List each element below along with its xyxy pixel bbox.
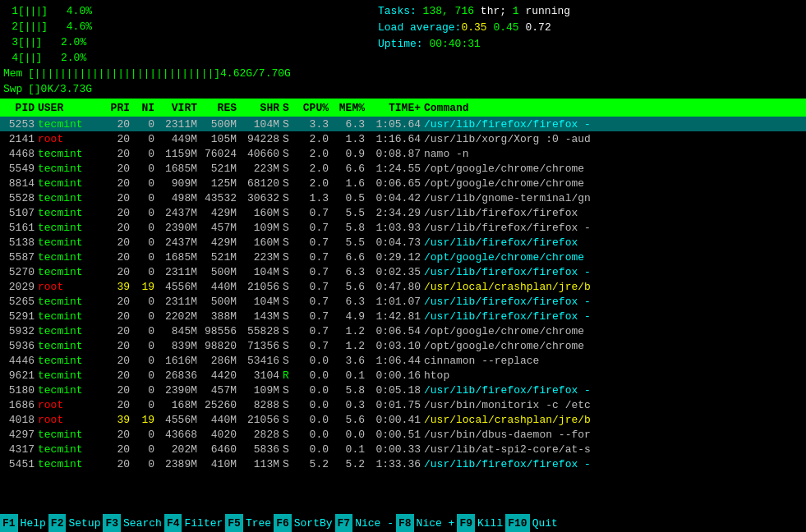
table-row[interactable]: 5107 tecmint 20 0 2437M 429M 160M S 0.7 … — [0, 205, 806, 220]
proc-time: 0:47.80 — [368, 281, 424, 293]
proc-s: S — [283, 222, 294, 234]
proc-ni: 0 — [133, 296, 158, 308]
header-ni: NI — [133, 102, 158, 114]
table-row[interactable]: 5253 tecmint 20 0 2311M 500M 104M S 3.3 … — [0, 117, 806, 131]
proc-time: 1:05.64 — [368, 118, 424, 131]
proc-ni: 0 — [133, 325, 158, 337]
proc-ni: 0 — [133, 310, 158, 323]
table-row[interactable]: 5528 tecmint 20 0 498M 43532 30632 S 1.3… — [0, 190, 806, 205]
footer-f7[interactable]: F7Nice - — [335, 514, 396, 532]
proc-mem: 3.6 — [332, 355, 368, 367]
proc-mem: 6.6 — [332, 163, 368, 175]
footer-f3[interactable]: F3Search — [103, 514, 164, 532]
proc-user: root — [38, 399, 104, 411]
table-row[interactable]: 5451 tecmint 20 0 2389M 410M 113M S 5.2 … — [0, 456, 806, 471]
proc-shr: 104M — [240, 296, 283, 308]
proc-user: tecmint — [38, 148, 104, 160]
proc-virt: 2311M — [158, 118, 200, 131]
proc-cmd: htop — [424, 369, 803, 382]
table-row[interactable]: 4297 tecmint 20 0 43668 4020 2828 S 0.0 … — [0, 427, 806, 442]
table-row[interactable]: 8814 tecmint 20 0 909M 125M 68120 S 2.0 … — [0, 176, 806, 190]
proc-mem: 0.0 — [332, 429, 368, 441]
proc-ni: 0 — [133, 369, 158, 382]
proc-ni: 0 — [133, 148, 158, 160]
proc-mem: 5.2 — [332, 458, 368, 470]
proc-res: 4020 — [200, 429, 240, 441]
footer-f9[interactable]: F9Kill — [457, 514, 505, 532]
proc-ni: 0 — [133, 355, 158, 367]
proc-time: 0:29.12 — [368, 251, 424, 264]
proc-user: tecmint — [38, 236, 104, 249]
proc-pri: 20 — [104, 133, 133, 145]
proc-time: 0:03.10 — [368, 340, 424, 352]
proc-cpu: 0.7 — [294, 251, 332, 264]
footer-f5[interactable]: F5Tree — [225, 514, 274, 532]
proc-shr: 113M — [240, 458, 283, 470]
table-row[interactable]: 4468 tecmint 20 0 1159M 76024 40660 S 2.… — [0, 146, 806, 161]
proc-cpu: 0.7 — [294, 236, 332, 249]
proc-cmd: /usr/lib/firefox/firefox - — [424, 222, 803, 234]
table-row[interactable]: 4317 tecmint 20 0 202M 6460 5836 S 0.0 0… — [0, 442, 806, 456]
load-line: Load average: 0.35 0.45 0.72 — [378, 20, 570, 36]
table-row[interactable]: 9621 tecmint 20 0 26836 4420 3104 R 0.0 … — [0, 368, 806, 383]
proc-cpu: 0.0 — [294, 414, 332, 426]
proc-ni: 0 — [133, 133, 158, 145]
footer-f6[interactable]: F6SortBy — [274, 514, 334, 532]
proc-shr: 143M — [240, 310, 283, 323]
table-row[interactable]: 5180 tecmint 20 0 2390M 457M 109M S 0.0 … — [0, 383, 806, 397]
proc-mem: 0.1 — [332, 443, 368, 456]
proc-virt: 2437M — [158, 236, 200, 249]
proc-s: S — [283, 384, 294, 397]
proc-cpu: 0.7 — [294, 310, 332, 323]
proc-virt: 2389M — [158, 458, 200, 470]
table-row[interactable]: 5138 tecmint 20 0 2437M 429M 160M S 0.7 … — [0, 235, 806, 250]
header-res: RES — [200, 102, 240, 114]
proc-cmd: /opt/google/chrome/chrome — [424, 325, 803, 337]
table-row[interactable]: 5936 tecmint 20 0 839M 98820 71356 S 0.7… — [0, 338, 806, 353]
table-row[interactable]: 5587 tecmint 20 0 1685M 521M 223M S 0.7 … — [0, 250, 806, 264]
proc-shr: 104M — [240, 266, 283, 278]
proc-virt: 26836 — [158, 369, 200, 382]
proc-res: 125M — [200, 177, 240, 190]
proc-s: S — [283, 458, 294, 470]
table-row[interactable]: 1686 root 20 0 168M 25260 8288 S 0.0 0.3… — [0, 397, 806, 412]
table-row[interactable]: 4018 root 39 19 4556M 440M 21056 S 0.0 5… — [0, 412, 806, 427]
proc-shr: 109M — [240, 384, 283, 397]
proc-user: tecmint — [38, 340, 104, 352]
footer-f8[interactable]: F8Nice + — [396, 514, 457, 532]
table-row[interactable]: 5549 tecmint 20 0 1685M 521M 223M S 2.0 … — [0, 161, 806, 176]
proc-shr: 160M — [240, 207, 283, 219]
proc-cmd: /usr/lib/firefox/firefox - — [424, 384, 803, 397]
table-row[interactable]: 2141 root 20 0 449M 105M 94228 S 2.0 1.3… — [0, 131, 806, 146]
proc-pid: 5161 — [3, 222, 38, 234]
proc-pri: 20 — [104, 222, 133, 234]
proc-time: 0:00.16 — [368, 369, 424, 382]
proc-cmd: /usr/local/crashplan/jre/b — [424, 414, 803, 426]
proc-user: root — [38, 414, 104, 426]
proc-cpu: 0.0 — [294, 369, 332, 382]
proc-user: root — [38, 281, 104, 293]
table-row[interactable]: 5161 tecmint 20 0 2390M 457M 109M S 0.7 … — [0, 220, 806, 235]
footer-f4[interactable]: F4Filter — [164, 514, 225, 532]
footer-f10[interactable]: F10Quit — [505, 514, 560, 532]
proc-s: S — [283, 163, 294, 175]
footer-f2[interactable]: F2Setup — [48, 514, 104, 532]
proc-cpu: 0.7 — [294, 296, 332, 308]
table-row[interactable]: 5932 tecmint 20 0 845M 98556 55828 S 0.7… — [0, 323, 806, 338]
table-row[interactable]: 4446 tecmint 20 0 1616M 286M 53416 S 0.0… — [0, 353, 806, 368]
table-row[interactable]: 5291 tecmint 20 0 2202M 388M 143M S 0.7 … — [0, 309, 806, 323]
table-row[interactable]: 5270 tecmint 20 0 2311M 500M 104M S 0.7 … — [0, 264, 806, 279]
footer-f1[interactable]: F1Help — [0, 514, 48, 532]
table-row[interactable]: 2029 root 39 19 4556M 440M 21056 S 0.7 5… — [0, 279, 806, 294]
proc-pid: 5180 — [3, 384, 38, 397]
proc-res: 43532 — [200, 192, 240, 204]
proc-pid: 2029 — [3, 281, 38, 293]
proc-pid: 5253 — [3, 118, 38, 131]
proc-time: 1:03.93 — [368, 222, 424, 234]
proc-ni: 0 — [133, 266, 158, 278]
table-row[interactable]: 5265 tecmint 20 0 2311M 500M 104M S 0.7 … — [0, 294, 806, 309]
proc-user: tecmint — [38, 443, 104, 456]
proc-cpu: 0.0 — [294, 443, 332, 456]
proc-cpu: 0.0 — [294, 355, 332, 367]
proc-cpu: 2.0 — [294, 177, 332, 190]
